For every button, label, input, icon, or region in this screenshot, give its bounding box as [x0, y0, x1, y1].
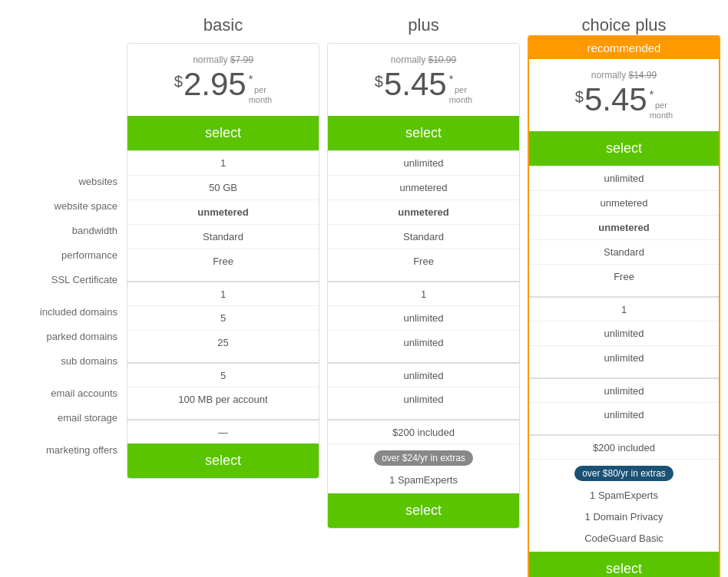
- plus-plan-card: normally $10.99 $ 5.45 * permonth select: [327, 43, 520, 529]
- choice-plus-gap1: [529, 288, 719, 296]
- basic-select-top-button[interactable]: select: [127, 116, 319, 150]
- section-gap-3: [0, 430, 117, 437]
- plus-price-row: $ 5.45 * permonth: [336, 68, 511, 105]
- basic-price-amount: 2.95: [184, 68, 247, 101]
- choice-plus-normally: normally $14.99: [537, 70, 711, 81]
- basic-features: 1 50 GB unmetered Standard Free 1 5 25 5…: [127, 150, 319, 443]
- basic-ssl: Free: [127, 249, 319, 273]
- label-bandwidth: bandwidth: [0, 218, 117, 242]
- choice-plus-parked-domains: unlimited: [529, 321, 719, 345]
- plus-plan-column: plus normally $10.99 $ 5.45 * permonth: [327, 15, 520, 529]
- choice-plus-included-domains: 1: [529, 296, 719, 321]
- plus-website-space: unmetered: [328, 175, 519, 199]
- plus-select-top-button[interactable]: select: [328, 116, 519, 150]
- label-performance: performance: [0, 242, 117, 267]
- choice-plus-email-accounts: unlimited: [529, 378, 719, 402]
- plus-gap3: [328, 411, 519, 419]
- basic-dollar: $: [174, 73, 183, 91]
- choice-plus-gap2: [529, 370, 719, 378]
- basic-plan-card: normally $7.99 $ 2.95 * permonth select …: [127, 43, 319, 479]
- plus-select-bottom-button[interactable]: select: [328, 493, 519, 528]
- plus-dollar: $: [375, 73, 383, 91]
- choice-title-wrapper: choice plus: [528, 15, 720, 35]
- plus-features: unlimited unmetered unmetered Standard F…: [328, 150, 519, 443]
- choice-plus-pricing: normally $14.99 $ 5.45 * permonth: [529, 59, 719, 131]
- plus-ssl: Free: [328, 249, 519, 273]
- section-gap-1: [0, 292, 117, 299]
- label-parked-domains: parked domains: [0, 324, 117, 348]
- plus-performance: Standard: [328, 224, 519, 249]
- choice-plus-gap3: [529, 427, 719, 434]
- basic-select-bottom-button[interactable]: select: [127, 443, 319, 478]
- plus-gap2: [328, 354, 519, 362]
- basic-original-price: $7.99: [230, 54, 253, 65]
- choice-plus-price-row: $ 5.45 * permonth: [537, 84, 711, 120]
- plus-normally: normally $10.99: [336, 54, 511, 65]
- plus-sub-domains: unlimited: [328, 330, 519, 354]
- choice-plus-ssl: Free: [529, 264, 719, 288]
- plus-included-domains: 1: [328, 281, 519, 305]
- label-website-space: website space: [0, 193, 117, 218]
- choice-plus-select-top-button[interactable]: select: [529, 131, 719, 166]
- basic-price-row: $ 2.95 * permonth: [135, 68, 311, 105]
- plus-gap1: [328, 273, 519, 281]
- choice-plus-price-amount: 5.45: [584, 84, 647, 116]
- plus-price-amount: 5.45: [384, 68, 447, 101]
- plus-extras-badge: over $24/yr in extras: [374, 450, 473, 466]
- basic-gap2: [127, 354, 319, 362]
- choice-plus-email-storage: unlimited: [529, 402, 719, 427]
- choice-plus-per-month: permonth: [650, 101, 673, 120]
- plus-marketing: $200 included: [328, 419, 519, 443]
- basic-websites: 1: [127, 150, 319, 175]
- choice-plus-price-suffix: * permonth: [650, 88, 673, 120]
- basic-marketing: —: [127, 419, 319, 443]
- choice-plus-extras-badge: over $80/yr in extras: [574, 466, 673, 481]
- choice-plus-website-space: unmetered: [529, 190, 719, 215]
- plus-original-price: $10.99: [429, 54, 457, 65]
- plus-bandwidth: unmetered: [328, 199, 519, 224]
- choice-plus-domain-privacy: 1 Domain Privacy: [534, 506, 714, 527]
- plus-websites: unlimited: [328, 150, 519, 175]
- choice-plus-asterisk: *: [650, 88, 654, 101]
- label-email-accounts: email accounts: [0, 381, 117, 405]
- choice-plus-codeguard: CodeGuard Basic: [534, 527, 714, 549]
- section-gap-2: [0, 373, 117, 381]
- basic-email-storage: 100 MB per account: [127, 387, 319, 411]
- plus-parked-domains: unlimited: [328, 305, 519, 330]
- choice-plus-plan-title: choice plus: [581, 15, 666, 35]
- basic-gap3: [127, 411, 319, 419]
- choice-plus-plan-card: recommended normally $14.99 $ 5.45 * per…: [528, 35, 720, 577]
- plus-email-storage: unlimited: [328, 387, 519, 411]
- recommended-badge: recommended: [529, 37, 719, 59]
- plus-asterisk: *: [449, 73, 453, 85]
- basic-included-domains: 1: [127, 281, 319, 305]
- basic-asterisk: *: [249, 73, 253, 85]
- basic-plan-title: basic: [204, 15, 243, 35]
- choice-plus-plan-column: choice plus recommended normally $14.99 …: [528, 15, 720, 577]
- basic-gap1: [127, 273, 319, 281]
- label-ssl-certificate: SSL Certificate: [0, 267, 117, 292]
- basic-sub-domains: 25: [127, 330, 319, 354]
- basic-per-month: permonth: [249, 85, 273, 105]
- plus-plan-title: plus: [408, 15, 438, 35]
- basic-pricing: normally $7.99 $ 2.95 * permonth: [127, 44, 319, 116]
- plus-email-accounts: unlimited: [328, 362, 519, 387]
- choice-plus-sub-domains: unlimited: [529, 345, 719, 370]
- choice-plus-extras-section: over $80/yr in extras 1 SpamExperts 1 Do…: [529, 459, 719, 552]
- basic-performance: Standard: [127, 224, 319, 249]
- choice-plus-marketing: $200 included: [529, 434, 719, 459]
- plus-spam-experts: 1 SpamExperts: [333, 469, 515, 490]
- choice-plus-bandwidth: unmetered: [529, 215, 719, 239]
- choice-plus-original-price: $14.99: [629, 70, 657, 81]
- feature-labels-column: websites website space bandwidth perform…: [0, 15, 127, 462]
- label-sub-domains: sub domains: [0, 348, 117, 373]
- label-marketing-offers: marketing offers: [0, 437, 117, 462]
- choice-plus-performance: Standard: [529, 239, 719, 264]
- basic-plan-column: basic normally $7.99 $ 2.95 * permonth: [127, 15, 319, 479]
- label-included-domains: included domains: [0, 299, 117, 324]
- choice-plus-select-bottom-button[interactable]: select: [529, 552, 719, 577]
- basic-website-space: 50 GB: [127, 175, 319, 199]
- choice-plus-dollar: $: [575, 88, 584, 106]
- pricing-container: websites website space bandwidth perform…: [0, 0, 728, 577]
- plans-wrapper: basic normally $7.99 $ 2.95 * permonth: [127, 15, 720, 577]
